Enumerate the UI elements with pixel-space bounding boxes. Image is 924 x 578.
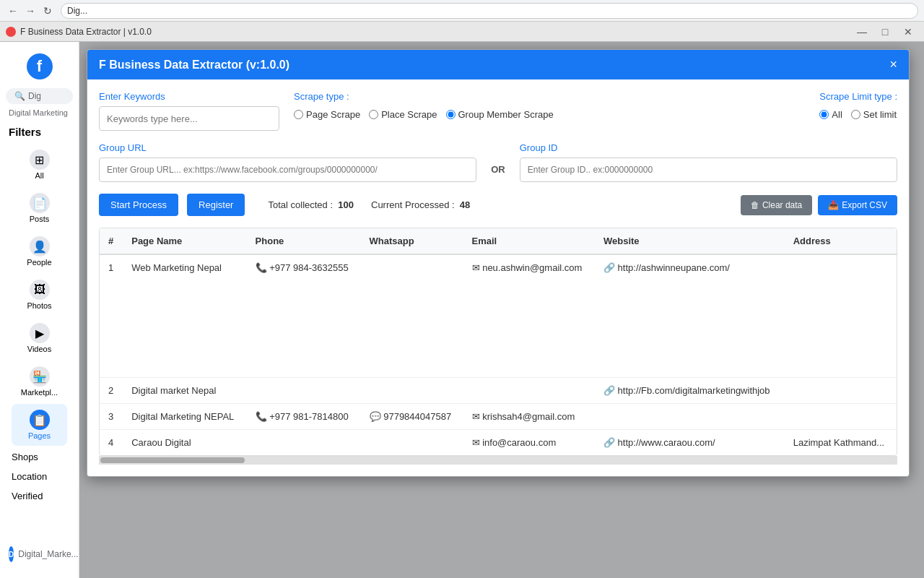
close-window-button[interactable]: ✕ xyxy=(898,22,918,42)
col-num: # xyxy=(100,228,123,254)
data-table-container: # Page Name Phone Whatsapp Email Website… xyxy=(99,228,897,456)
table-cell: Digital market Nepal xyxy=(123,377,246,403)
all-limit-option[interactable]: All xyxy=(819,109,842,120)
sidebar-item-pages-label: Pages xyxy=(28,431,51,440)
table-cell: 🔗 http://ashwinneupane.com/ xyxy=(595,254,785,377)
table-cell: 3 xyxy=(100,403,123,429)
table-cell xyxy=(361,254,463,377)
sidebar-item-all-label: All xyxy=(35,171,43,180)
set-limit-label: Set limit xyxy=(863,109,897,120)
table-row: 2Digital market Nepal🔗 http://Fb.com/dig… xyxy=(100,377,897,403)
horizontal-scrollbar[interactable] xyxy=(99,456,897,465)
limit-type-options: All Set limit xyxy=(819,109,897,120)
export-icon: 📥 xyxy=(828,200,839,210)
clear-data-button[interactable]: 🗑 Clear data xyxy=(741,195,812,215)
window-titlebar: F Business Data Extractor | v1.0.0 — □ ✕ xyxy=(0,22,924,42)
action-row: Start Process Register Total collected :… xyxy=(99,194,897,216)
location-label: Location xyxy=(12,471,47,482)
sidebar-item-location[interactable]: Location xyxy=(9,467,70,486)
sidebar-item-verified[interactable]: Verified xyxy=(9,486,70,506)
all-limit-label: All xyxy=(832,109,842,120)
sidebar-item-videos[interactable]: ▶ Videos xyxy=(12,317,67,359)
place-scrape-label: Place Scrape xyxy=(381,109,437,120)
scrape-type-label: Scrape type : xyxy=(294,91,554,102)
extractor-header: F Business Data Extractor (v:1.0.0) × xyxy=(87,50,909,79)
browser-controls: ← → ↻ xyxy=(6,4,55,18)
filters-section: Filters ⊞ All 📄 Posts 👤 People 🖼 Photos … xyxy=(0,121,79,510)
facebook-search[interactable]: 🔍 Dig xyxy=(6,88,73,104)
photos-icon: 🖼 xyxy=(30,280,50,300)
extractor-body: Enter Keywords Scrape type : Page Scrape xyxy=(87,79,909,476)
all-icon: ⊞ xyxy=(30,150,50,170)
keywords-input[interactable] xyxy=(99,106,279,131)
group-scrape-option[interactable]: Group Member Scrape xyxy=(446,109,554,120)
table-cell: 1 xyxy=(100,254,123,377)
table-cell: ✉ krishsah4@gmail.com xyxy=(463,403,595,429)
group-id-label: Group ID xyxy=(520,142,897,153)
sidebar-item-all[interactable]: ⊞ All xyxy=(12,144,67,186)
col-website: Website xyxy=(595,228,785,254)
sidebar-item-people[interactable]: 👤 People xyxy=(12,230,67,272)
place-scrape-radio[interactable] xyxy=(369,110,378,119)
group-url-input[interactable] xyxy=(99,158,476,182)
group-url-group: Group URL xyxy=(99,142,476,182)
scrollbar-thumb[interactable] xyxy=(100,457,245,463)
table-cell: Web Marketing Nepal xyxy=(123,254,246,377)
table-cell: 🔗 http://www.caraou.com/ xyxy=(595,429,785,455)
sidebar-user[interactable]: D Digital_Marke... xyxy=(6,542,73,566)
set-limit-radio[interactable] xyxy=(851,110,860,119)
table-cell xyxy=(247,377,361,403)
page-scrape-radio[interactable] xyxy=(294,110,303,119)
sidebar-item-photos[interactable]: 🖼 Photos xyxy=(12,274,67,316)
all-limit-radio[interactable] xyxy=(819,110,829,119)
set-limit-option[interactable]: Set limit xyxy=(851,109,897,120)
back-button[interactable]: ← xyxy=(6,4,20,18)
scrape-limit-label: Scrape Limit type : xyxy=(819,91,897,102)
table-cell xyxy=(247,429,361,455)
sidebar-item-people-label: People xyxy=(27,258,51,267)
sidebar-item-shops[interactable]: Shops xyxy=(9,447,70,467)
forward-button[interactable]: → xyxy=(23,4,38,18)
processed-value: 48 xyxy=(460,199,470,210)
table-cell: ✉ neu.ashwin@gmail.com xyxy=(463,254,595,377)
col-phone: Phone xyxy=(247,228,361,254)
table-row: 4Caraou Digital✉ info@caraou.com🔗 http:/… xyxy=(100,429,897,455)
group-scrape-radio[interactable] xyxy=(446,110,456,119)
group-scrape-label: Group Member Scrape xyxy=(458,109,554,120)
table-cell: 📞 +977 984-3632555 xyxy=(247,254,361,377)
data-table: # Page Name Phone Whatsapp Email Website… xyxy=(100,228,897,455)
table-cell xyxy=(785,377,897,403)
table-cell: ✉ info@caraou.com xyxy=(463,429,595,455)
start-process-button[interactable]: Start Process xyxy=(99,194,178,216)
group-id-group: Group ID xyxy=(520,142,897,182)
export-csv-button[interactable]: 📥 Export CSV xyxy=(818,195,897,215)
table-cell: Digital Marketing NEPAL xyxy=(123,403,246,429)
posts-icon: 📄 xyxy=(30,193,50,213)
main-content: F Business Data Extractor (v:1.0.0) × En… xyxy=(79,42,924,578)
keywords-group: Enter Keywords xyxy=(99,91,279,131)
sidebar-item-marketplace[interactable]: 🏪 Marketpl... xyxy=(12,361,67,402)
sidebar-item-posts[interactable]: 📄 Posts xyxy=(12,187,67,229)
or-divider: OR xyxy=(491,150,505,175)
place-scrape-option[interactable]: Place Scrape xyxy=(369,109,437,120)
marketplace-icon: 🏪 xyxy=(30,366,50,387)
maximize-button[interactable]: □ xyxy=(875,22,895,42)
total-value: 100 xyxy=(338,199,354,210)
minimize-button[interactable]: — xyxy=(852,22,872,42)
extractor-close-button[interactable]: × xyxy=(889,57,897,72)
sidebar-item-pages[interactable]: 📋 Pages xyxy=(12,404,67,446)
register-button[interactable]: Register xyxy=(187,194,245,216)
right-actions: 🗑 Clear data 📥 Export CSV xyxy=(741,195,897,215)
username: Digital_Marke... xyxy=(18,549,78,559)
scrape-type-options: Page Scrape Place Scrape Group Member Sc… xyxy=(294,109,554,120)
total-collected: Total collected : 100 xyxy=(268,199,354,210)
trash-icon: 🗑 xyxy=(751,200,759,210)
col-page-name: Page Name xyxy=(123,228,246,254)
group-id-input[interactable] xyxy=(520,158,897,182)
group-url-label: Group URL xyxy=(99,142,476,153)
refresh-button[interactable]: ↻ xyxy=(40,4,55,18)
extractor-overlay: F Business Data Extractor (v:1.0.0) × En… xyxy=(79,42,924,578)
clear-data-label: Clear data xyxy=(762,200,802,210)
address-bar[interactable] xyxy=(61,3,918,19)
page-scrape-option[interactable]: Page Scrape xyxy=(294,109,360,120)
